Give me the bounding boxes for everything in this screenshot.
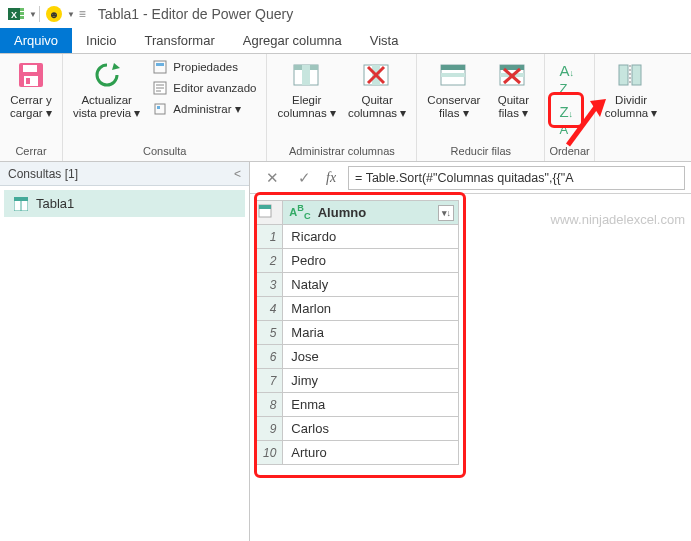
close-load-button[interactable]: Cerrar ycargar ▾ (4, 56, 58, 122)
properties-button[interactable]: Propiedades (150, 58, 258, 76)
group-close: Cerrar ycargar ▾ Cerrar (0, 54, 63, 161)
remove-columns-icon (362, 58, 392, 92)
row-header[interactable]: 8 (257, 393, 283, 417)
tab-home[interactable]: Inicio (72, 28, 130, 53)
row-header[interactable]: 3 (257, 273, 283, 297)
tab-view[interactable]: Vista (356, 28, 413, 53)
svg-rect-3 (20, 12, 24, 15)
tab-add-column[interactable]: Agregar columna (229, 28, 356, 53)
accept-fx-button[interactable]: ✓ (294, 168, 314, 188)
cell-alumno[interactable]: Jose (283, 345, 459, 369)
keep-rows-button[interactable]: Conservarfilas ▾ (421, 56, 486, 122)
svg-rect-6 (23, 65, 37, 72)
ribbon-tabs: Arquivo Inicio Transformar Agregar colum… (0, 28, 691, 54)
tab-file[interactable]: Arquivo (0, 28, 72, 53)
svg-rect-29 (500, 65, 524, 70)
svg-rect-4 (20, 16, 24, 19)
formula-input[interactable]: = Table.Sort(#"Columnas quitadas",{{"A (348, 166, 685, 190)
chevron-left-icon[interactable]: < (234, 167, 241, 181)
refresh-icon (92, 58, 122, 92)
cell-alumno[interactable]: Marlon (283, 297, 459, 321)
cell-alumno[interactable]: Jimy (283, 369, 459, 393)
remove-rows-l2: filas ▾ (499, 107, 529, 119)
sort-asc-icon: A↓Z (559, 62, 574, 96)
table-row[interactable]: 8Enma (257, 393, 459, 417)
column-header-alumno[interactable]: ABC Alumno ▾↓ (283, 201, 459, 225)
cancel-fx-button[interactable]: ✕ (262, 168, 282, 188)
keep-rows-l1: Conservar (427, 94, 480, 106)
qat-overflow[interactable]: ≡ (79, 7, 86, 21)
smiley-caret[interactable]: ▼ (67, 10, 75, 19)
fx-icon: fx (326, 170, 336, 186)
main-pane: ✕ ✓ fx = Table.Sort(#"Columnas quitadas"… (250, 162, 691, 541)
qat-menu-caret[interactable]: ▼ (29, 10, 37, 19)
group-split-label (599, 145, 664, 161)
formula-text: = Table.Sort(#"Columnas quitadas",{{"A (355, 171, 573, 185)
table-row[interactable]: 9Carlos (257, 417, 459, 441)
title-bar: X ▼ ☻ ▼ ≡ Tabla1 - Editor de Power Query (0, 0, 691, 28)
cell-alumno[interactable]: Enma (283, 393, 459, 417)
table-row[interactable]: 4Marlon (257, 297, 459, 321)
row-header[interactable]: 1 (257, 225, 283, 249)
table-row[interactable]: 5Maria (257, 321, 459, 345)
formula-bar: ✕ ✓ fx = Table.Sort(#"Columnas quitadas"… (250, 162, 691, 194)
queries-pane: Consultas [1] < Tabla1 (0, 162, 250, 541)
sort-desc-button[interactable]: Z↓A (553, 101, 580, 139)
close-load-l1: Cerrar y (10, 94, 52, 106)
row-header[interactable]: 10 (257, 441, 283, 465)
qat-separator (39, 6, 40, 22)
group-manage-columns-label: Administrar columnas (271, 145, 412, 161)
workspace: Consultas [1] < Tabla1 ✕ ✓ fx = Table.So… (0, 162, 691, 541)
table-row[interactable]: 3Nataly (257, 273, 459, 297)
queries-header[interactable]: Consultas [1] < (0, 162, 249, 186)
cell-alumno[interactable]: Maria (283, 321, 459, 345)
cell-alumno[interactable]: Carlos (283, 417, 459, 441)
split-column-icon (616, 58, 646, 92)
row-header[interactable]: 2 (257, 249, 283, 273)
row-header[interactable]: 4 (257, 297, 283, 321)
query-item-tabla1[interactable]: Tabla1 (4, 190, 245, 217)
cell-alumno[interactable]: Pedro (283, 249, 459, 273)
cell-alumno[interactable]: Arturo (283, 441, 459, 465)
group-reduce-rows-label: Reducir filas (421, 145, 540, 161)
remove-rows-button[interactable]: Quitarfilas ▾ (486, 56, 540, 122)
svg-rect-42 (259, 205, 271, 209)
table-row[interactable]: 1Ricardo (257, 225, 459, 249)
manage-button[interactable]: Administrar ▾ (150, 100, 258, 118)
choose-columns-button[interactable]: Elegircolumnas ▾ (271, 56, 341, 122)
refresh-button[interactable]: Actualizarvista previa ▾ (67, 56, 146, 122)
cell-alumno[interactable]: Ricardo (283, 225, 459, 249)
table-row[interactable]: 2Pedro (257, 249, 459, 273)
svg-rect-34 (632, 65, 641, 85)
properties-label: Propiedades (173, 61, 238, 73)
group-sort: A↓Z Z↓A Ordenar (545, 54, 594, 161)
save-icon (16, 58, 46, 92)
smiley-icon[interactable]: ☻ (45, 5, 63, 23)
row-header[interactable]: 9 (257, 417, 283, 441)
svg-rect-17 (157, 106, 160, 109)
group-split: Dividircolumna ▾ (595, 54, 668, 161)
split-column-button[interactable]: Dividircolumna ▾ (599, 56, 664, 122)
properties-icon (152, 59, 168, 75)
filter-dropdown-icon[interactable]: ▾↓ (438, 205, 454, 221)
svg-rect-8 (26, 78, 30, 84)
table-row[interactable]: 10Arturo (257, 441, 459, 465)
row-header[interactable]: 5 (257, 321, 283, 345)
sort-desc-icon: Z↓A (559, 103, 573, 137)
advanced-editor-button[interactable]: Editor avanzado (150, 79, 258, 97)
table-row[interactable]: 7Jimy (257, 369, 459, 393)
grid-corner[interactable] (257, 201, 283, 225)
row-header[interactable]: 7 (257, 369, 283, 393)
remove-columns-button[interactable]: Quitarcolumnas ▾ (342, 56, 412, 122)
tab-transform[interactable]: Transformar (130, 28, 228, 53)
manage-icon (152, 101, 168, 117)
cell-alumno[interactable]: Nataly (283, 273, 459, 297)
table-row[interactable]: 6Jose (257, 345, 459, 369)
data-grid-wrap: ABC Alumno ▾↓ 1Ricardo2Pedro3Nataly4Marl… (250, 194, 691, 541)
sort-asc-button[interactable]: A↓Z (553, 60, 580, 98)
svg-rect-10 (154, 61, 166, 73)
remove-columns-l1: Quitar (361, 94, 392, 106)
keep-rows-l2: filas ▾ (439, 107, 469, 119)
keep-rows-icon (439, 58, 469, 92)
row-header[interactable]: 6 (257, 345, 283, 369)
